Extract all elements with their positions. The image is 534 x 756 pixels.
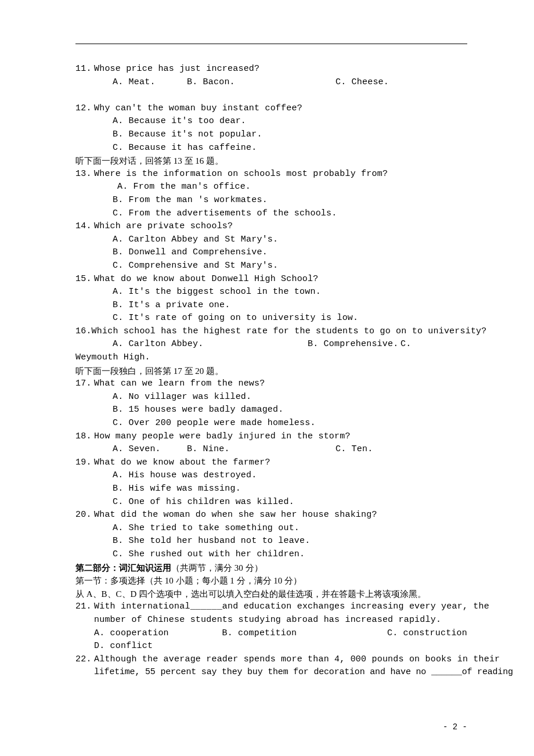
q-num: 21. — [75, 600, 94, 614]
q22-text: Although the average reader spends more … — [94, 653, 500, 667]
opt-b: B. Bacon. — [187, 76, 335, 89]
part2-instruction: 从 A、B、C、D 四个选项中，选出可以填入空白处的最佳选项，并在答题卡上将该项… — [75, 588, 467, 601]
q16-wrap: Weymouth High. — [75, 351, 467, 365]
q19-opt-a: A. His house was destroyed. — [75, 469, 467, 483]
q-num: 15. — [75, 273, 94, 286]
q14-opt-a: A. Carlton Abbey and St Mary's. — [75, 233, 467, 247]
q17-opt-b: B. 15 houses were badly damaged. — [75, 404, 467, 417]
q21-line2: number of Chinese students studying abro… — [75, 614, 467, 627]
q-num: 12. — [75, 102, 94, 116]
blank-field[interactable]: ______ — [190, 600, 222, 614]
q-num: 20. — [75, 509, 94, 522]
opt-b: B. competition — [222, 627, 342, 640]
q-text: Why can't the woman buy instant coffee? — [94, 102, 302, 116]
q-num: 13. — [75, 168, 94, 181]
q20-opt-c: C. She rushed out with her children. — [75, 548, 467, 561]
opt-c: C. Cheese. — [335, 76, 389, 89]
q16-stem: 16. Which school has the highest rate fo… — [75, 325, 467, 339]
opt-c: C. construction — [387, 627, 467, 640]
q15-opt-a: A. It's the biggest school in the town. — [75, 286, 467, 299]
q18-options: A. Seven. B. Nine. C. Ten. — [75, 443, 467, 456]
q18-stem: 18. How many people were badly injured i… — [75, 430, 467, 444]
q12-stem: 12. Why can't the woman buy instant coff… — [75, 102, 467, 116]
q13-stem: 13. Where is the information on schools … — [75, 168, 467, 181]
q13-opt-a: A. From the man's office. — [75, 181, 467, 194]
q20-opt-b: B. She told her husband not to leave. — [75, 535, 467, 548]
q19-opt-b: B. His wife was missing. — [75, 483, 467, 496]
q15-stem: 15. What do we know about Donwell High S… — [75, 273, 467, 286]
opt-a: A. Meat. — [113, 76, 187, 89]
q12-opt-b: B. Because it's not popular. — [75, 128, 467, 142]
opt-c: C. — [400, 338, 411, 351]
document-page: 11. Whose price has just increased? A. M… — [0, 0, 534, 679]
q14-opt-c: C. Comprehensive and St Mary's. — [75, 260, 467, 273]
q19-opt-c: C. One of his children was killed. — [75, 496, 467, 509]
q17-opt-c: C. Over 200 people were made homeless. — [75, 417, 467, 430]
q-num: 11. — [75, 63, 94, 76]
q-num: 18. — [75, 430, 94, 444]
q21-line1: 21. With international ______ and educat… — [75, 600, 467, 614]
q-num: 22. — [75, 653, 94, 667]
q19-stem: 19. What do we know about the farmer? — [75, 456, 467, 470]
page-number: - 2 - — [443, 722, 467, 732]
q12-opt-a: A. Because it's too dear. — [75, 115, 467, 128]
q22-frag-b: of reading — [462, 667, 513, 677]
q22-line2: lifetime, 55 percent say they buy them f… — [75, 666, 467, 679]
q13-opt-b: B. From the man 's workmates. — [75, 194, 467, 207]
q21-frag-a: With international — [94, 600, 190, 614]
opt-a: A. Carlton Abbey. — [113, 338, 308, 351]
q21-opt-d: D. conflict — [75, 640, 467, 653]
q-text: What do we know about Donwell High Schoo… — [94, 273, 318, 286]
q-num: 17. — [75, 377, 94, 391]
q15-opt-c: C. It's rate of going on to university i… — [75, 312, 467, 325]
q14-stem: 14. Which are private schools? — [75, 220, 467, 233]
q13-opt-c: C. From the advertisements of the school… — [75, 207, 467, 221]
q21-frag-b: and education exchanges increasing every… — [222, 600, 489, 614]
opt-a: A. cooperation — [94, 627, 178, 640]
spacer — [75, 89, 467, 102]
q-text: What do we know about the farmer? — [94, 456, 270, 470]
q14-opt-b: B. Donwell and Comprehensive. — [75, 246, 467, 260]
q22-line1: 22. Although the average reader spends m… — [75, 653, 467, 667]
q21-options-row1: A. cooperation B. competition C. constru… — [75, 627, 467, 640]
q-text: Where is the information on schools most… — [94, 168, 388, 181]
part2-title: 第二部分：词汇知识运用 — [75, 563, 171, 573]
q-text: Which school has the highest rate for th… — [92, 325, 487, 339]
q11-stem: 11. Whose price has just increased? — [75, 63, 467, 76]
opt-b: B. Nine. — [187, 443, 335, 456]
q11-options: A. Meat. B. Bacon. C. Cheese. — [75, 76, 467, 89]
q17-stem: 17. What can we learn from the news? — [75, 377, 467, 391]
q20-opt-a: A. She tried to take something out. — [75, 522, 467, 535]
q12-opt-c: C. Because it has caffeine. — [75, 142, 467, 155]
q-num: 16. — [75, 325, 92, 339]
q22-frag-a: lifetime, 55 percent say they buy them f… — [94, 667, 431, 677]
q15-opt-b: B. It's a private one. — [75, 299, 467, 312]
q20-stem: 20. What did the woman do when she saw h… — [75, 509, 467, 522]
part2-heading: 第二部分：词汇知识运用（共两节，满分 30 分） — [75, 561, 467, 575]
q16-options: A. Carlton Abbey. B. Comprehensive. C. — [75, 338, 467, 351]
q-text: Which are private schools? — [94, 220, 233, 233]
part2-score: （共两节，满分 30 分） — [171, 563, 263, 573]
header-rule — [75, 44, 467, 44]
q-text: Whose price has just increased? — [94, 63, 259, 76]
q-text: What can we learn from the news? — [94, 377, 265, 391]
section-13-16: 听下面一段对话，回答第 13 至 16 题。 — [75, 154, 467, 168]
q-num: 14. — [75, 220, 94, 233]
opt-c: C. Ten. — [335, 443, 373, 456]
q17-opt-a: A. No villager was killed. — [75, 391, 467, 404]
part2-subtitle: 第一节：多项选择（共 10 小题；每小题 1 分，满分 10 分） — [75, 574, 467, 588]
q-text: How many people were badly injured in th… — [94, 430, 351, 444]
q-num: 19. — [75, 456, 94, 470]
q-text: What did the woman do when she saw her h… — [94, 509, 377, 522]
section-17-20: 听下面一段独白，回答第 17 至 20 题。 — [75, 365, 467, 378]
opt-b: B. Comprehensive. — [308, 338, 400, 351]
opt-a: A. Seven. — [113, 443, 187, 456]
blank-field[interactable]: ______ — [431, 667, 462, 677]
